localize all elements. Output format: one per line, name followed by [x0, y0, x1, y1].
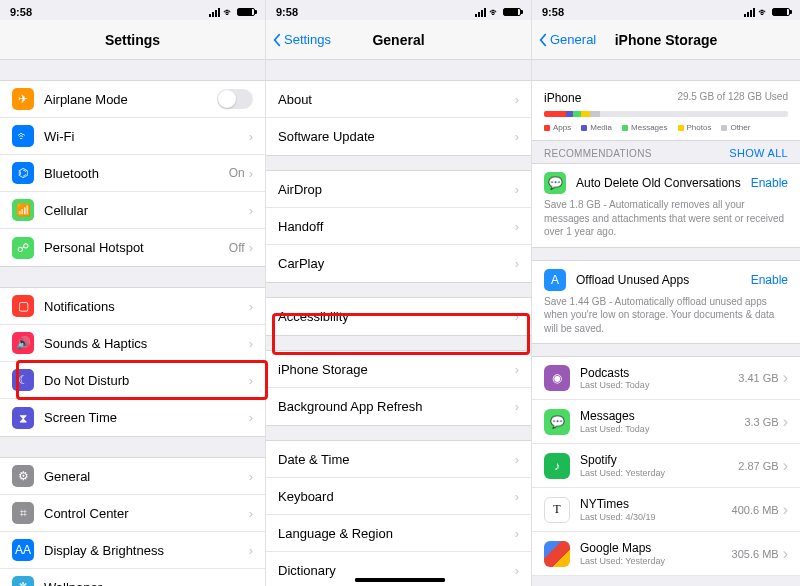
- chevron-right-icon: ›: [515, 129, 519, 144]
- chevron-right-icon: ›: [783, 501, 788, 519]
- nytimes-icon: T: [544, 497, 570, 523]
- chevron-right-icon: ›: [249, 410, 253, 425]
- app-row-spotify[interactable]: ♪ SpotifyLast Used: Yesterday 2.87 GB›: [532, 444, 800, 488]
- enable-link[interactable]: Enable: [751, 176, 788, 190]
- row-bluetooth[interactable]: ⌬ Bluetooth On ›: [0, 155, 265, 192]
- chevron-right-icon: ›: [515, 489, 519, 504]
- battery-icon: [772, 8, 790, 16]
- page-title: General: [372, 32, 424, 48]
- rec-offload[interactable]: A Offload Unused Apps Enable Save 1.44 G…: [532, 260, 800, 345]
- airplane-icon: ✈: [12, 88, 34, 110]
- row-iphone-storage[interactable]: iPhone Storage›: [266, 351, 531, 388]
- status-bar: 9:58 ᯤ: [266, 0, 531, 20]
- back-button[interactable]: Settings: [272, 32, 331, 47]
- chevron-right-icon: ›: [515, 452, 519, 467]
- row-screentime[interactable]: ⧗ Screen Time ›: [0, 399, 265, 436]
- row-keyboard[interactable]: Keyboard›: [266, 478, 531, 515]
- chevron-right-icon: ›: [249, 166, 253, 181]
- gear-icon: ⚙: [12, 465, 34, 487]
- battery-icon: [503, 8, 521, 16]
- battery-icon: [237, 8, 255, 16]
- row-handoff[interactable]: Handoff›: [266, 208, 531, 245]
- hourglass-icon: ⧗: [12, 407, 34, 429]
- status-bar: 9:58 ᯤ: [532, 0, 800, 20]
- row-accessibility[interactable]: Accessibility›: [266, 298, 531, 335]
- sounds-icon: 🔊: [12, 332, 34, 354]
- signal-icon: [475, 8, 486, 17]
- app-row-nytimes[interactable]: T NYTimesLast Used: 4/30/19 400.6 MB›: [532, 488, 800, 532]
- nav-bar: Settings: [0, 20, 265, 60]
- row-airdrop[interactable]: AirDrop›: [266, 171, 531, 208]
- app-row-googlemaps[interactable]: Google MapsLast Used: Yesterday 305.6 MB…: [532, 532, 800, 576]
- chevron-right-icon: ›: [249, 336, 253, 351]
- chevron-right-icon: ›: [249, 299, 253, 314]
- googlemaps-icon: [544, 541, 570, 567]
- rec-auto-delete[interactable]: 💬 Auto Delete Old Conversations Enable S…: [532, 163, 800, 248]
- device-label: iPhone: [544, 91, 581, 105]
- wifi-icon: ᯤ: [758, 6, 769, 18]
- chevron-right-icon: ›: [249, 240, 253, 255]
- chevron-right-icon: ›: [783, 369, 788, 387]
- spotify-icon: ♪: [544, 453, 570, 479]
- storage-legend: Apps Media Messages Photos Other: [544, 123, 788, 132]
- chevron-right-icon: ›: [249, 203, 253, 218]
- wifi-row-icon: ᯤ: [12, 125, 34, 147]
- page-title: iPhone Storage: [615, 32, 718, 48]
- row-dnd[interactable]: ☾ Do Not Disturb ›: [0, 362, 265, 399]
- row-control-center[interactable]: ⌗ Control Center ›: [0, 495, 265, 532]
- chevron-right-icon: ›: [249, 129, 253, 144]
- row-wifi[interactable]: ᯤ Wi-Fi ›: [0, 118, 265, 155]
- status-bar: 9:58 ᯤ: [0, 0, 265, 20]
- settings-pane: 9:58 ᯤ Settings ✈ Airplane Mode ᯤ Wi-Fi …: [0, 0, 266, 586]
- chevron-right-icon: ›: [515, 256, 519, 271]
- chevron-right-icon: ›: [515, 309, 519, 324]
- messages-icon: 💬: [544, 172, 566, 194]
- chevron-right-icon: ›: [515, 563, 519, 578]
- airplane-switch[interactable]: [217, 89, 253, 109]
- app-row-messages[interactable]: 💬 MessagesLast Used: Today 3.3 GB›: [532, 400, 800, 444]
- wallpaper-icon: ❋: [12, 576, 34, 586]
- row-general[interactable]: ⚙ General ›: [0, 458, 265, 495]
- enable-link[interactable]: Enable: [751, 273, 788, 287]
- chevron-right-icon: ›: [515, 219, 519, 234]
- row-sounds[interactable]: 🔊 Sounds & Haptics ›: [0, 325, 265, 362]
- appstore-icon: A: [544, 269, 566, 291]
- row-bg-refresh[interactable]: Background App Refresh›: [266, 388, 531, 425]
- row-language[interactable]: Language & Region›: [266, 515, 531, 552]
- bar-photos: [581, 111, 591, 117]
- moon-icon: ☾: [12, 369, 34, 391]
- storage-used-text: 29.5 GB of 128 GB Used: [677, 91, 788, 105]
- chevron-right-icon: ›: [515, 362, 519, 377]
- home-indicator[interactable]: [355, 578, 445, 582]
- row-display[interactable]: AA Display & Brightness ›: [0, 532, 265, 569]
- bar-messages: [573, 111, 580, 117]
- row-notifications[interactable]: ▢ Notifications ›: [0, 288, 265, 325]
- row-wallpaper[interactable]: ❋ Wallpaper ›: [0, 569, 265, 586]
- switches-icon: ⌗: [12, 502, 34, 524]
- row-carplay[interactable]: CarPlay›: [266, 245, 531, 282]
- bluetooth-icon: ⌬: [12, 162, 34, 184]
- chevron-right-icon: ›: [515, 182, 519, 197]
- notifications-icon: ▢: [12, 295, 34, 317]
- wifi-icon: ᯤ: [489, 6, 500, 18]
- chevron-right-icon: ›: [249, 469, 253, 484]
- general-pane: 9:58 ᯤ Settings General About› Software …: [266, 0, 532, 586]
- app-list: ◉ PodcastsLast Used: Today 3.41 GB› 💬 Me…: [532, 356, 800, 576]
- row-cellular[interactable]: 📶 Cellular ›: [0, 192, 265, 229]
- page-title: Settings: [105, 32, 160, 48]
- podcasts-icon: ◉: [544, 365, 570, 391]
- row-software-update[interactable]: Software Update›: [266, 118, 531, 155]
- status-time: 9:58: [276, 6, 298, 18]
- row-airplane-mode[interactable]: ✈ Airplane Mode: [0, 81, 265, 118]
- back-button[interactable]: General: [538, 32, 596, 47]
- row-datetime[interactable]: Date & Time›: [266, 441, 531, 478]
- storage-summary: iPhone 29.5 GB of 128 GB Used Apps Media…: [532, 80, 800, 141]
- recommendations-header: RECOMMENDATIONS SHOW ALL: [532, 141, 800, 163]
- row-hotspot[interactable]: ☍ Personal Hotspot Off ›: [0, 229, 265, 266]
- show-all-link[interactable]: SHOW ALL: [729, 147, 788, 159]
- bar-apps: [544, 111, 566, 117]
- row-about[interactable]: About›: [266, 81, 531, 118]
- app-row-podcasts[interactable]: ◉ PodcastsLast Used: Today 3.41 GB›: [532, 356, 800, 400]
- chevron-right-icon: ›: [783, 457, 788, 475]
- chevron-right-icon: ›: [249, 580, 253, 587]
